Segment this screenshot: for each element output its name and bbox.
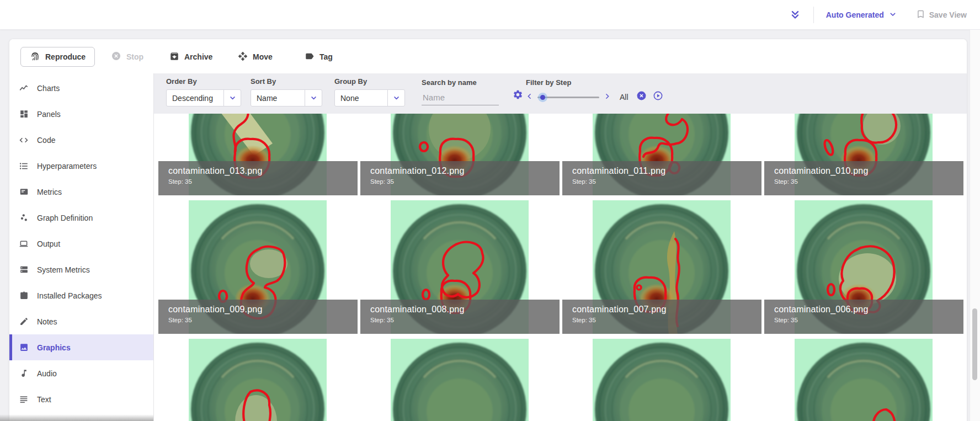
tag-button[interactable]: Tag — [305, 47, 333, 67]
graphics-tile-contamination_008[interactable]: contamination_008.png Step: 35 — [360, 200, 560, 334]
graphics-tile[interactable] — [158, 339, 358, 421]
page-scrollbar-thumb[interactable] — [972, 308, 977, 380]
sort-by-select[interactable]: Name — [251, 89, 322, 106]
sort-by-label: Sort By — [251, 77, 322, 86]
search-by-name-label: Search by name — [422, 78, 499, 87]
graphics-tile-contamination_007[interactable]: contamination_007.png Step: 35 — [562, 200, 761, 334]
step-play-icon[interactable] — [653, 90, 663, 103]
sidebar-item-code[interactable]: Code — [9, 127, 153, 153]
graphics-tile-contamination_006[interactable]: contamination_006.png Step: 35 — [764, 200, 963, 334]
tile-step-label: Step: 35 — [774, 178, 963, 185]
sidebar-item-metrics[interactable]: Metrics — [9, 179, 153, 205]
run-sections-sidebar: ChartsPanelsCodeHyperparametersMetricsGr… — [9, 73, 154, 421]
sidebar-item-output[interactable]: Output — [9, 231, 153, 257]
step-slider[interactable] — [537, 93, 599, 102]
sidebar-item-label: Panels — [37, 110, 61, 119]
run-actions-toolbar: ReproduceStopArchiveMoveTag — [9, 39, 967, 73]
tile-filename: contamination_008.png — [370, 305, 560, 315]
chevron-down-icon — [305, 94, 322, 102]
page-scrollbar-track[interactable] — [970, 30, 980, 421]
cancel-icon — [111, 51, 121, 63]
tile-step-label: Step: 35 — [168, 317, 358, 323]
sidebar-item-label: Audio — [37, 369, 57, 378]
collapse-panel-icon[interactable] — [789, 9, 801, 21]
archive-button-label: Archive — [184, 52, 212, 61]
tile-caption: contamination_012.png Step: 35 — [360, 161, 560, 195]
sidebar-item-label: Charts — [37, 84, 60, 93]
sidebar-item-installed-packages[interactable]: Installed Packages — [9, 283, 153, 308]
graphics-tile[interactable] — [764, 339, 963, 421]
chevron-down-icon — [888, 10, 897, 20]
reproduce-button[interactable]: Reproduce — [20, 47, 95, 67]
run-details-card: ReproduceStopArchiveMoveTag ChartsPanels… — [9, 39, 967, 421]
laptop-icon — [19, 239, 29, 249]
graphics-tile-contamination_010[interactable]: contamination_010.png Step: 35 — [764, 114, 963, 195]
pencil-icon — [19, 317, 29, 327]
group-by-label: Group By — [334, 77, 405, 86]
group-by-value: None — [335, 94, 387, 103]
list-icon — [19, 161, 29, 171]
graphics-tile[interactable] — [562, 339, 761, 421]
sidebar-item-panels[interactable]: Panels — [9, 101, 153, 127]
sidebar-item-graphics[interactable]: Graphics — [9, 334, 153, 360]
tag-button-label: Tag — [319, 52, 333, 61]
archive-button[interactable]: Archive — [169, 47, 212, 67]
graphics-tile-contamination_013[interactable]: contamination_013.png Step: 35 — [158, 114, 358, 195]
tile-caption: contamination_011.png Step: 35 — [562, 161, 761, 195]
save-view-button[interactable]: Save View — [916, 9, 967, 20]
tile-step-label: Step: 35 — [370, 317, 560, 323]
gallery-row: contamination_009.png Step: 35 — [158, 200, 963, 334]
sidebar-item-label: Metrics — [37, 188, 62, 196]
tile-caption: contamination_006.png Step: 35 — [764, 300, 963, 334]
tile-filename: contamination_006.png — [774, 305, 963, 315]
search-input[interactable] — [422, 90, 499, 105]
sidebar-item-text[interactable]: Text — [9, 386, 153, 412]
sidebar-item-audio[interactable]: Audio — [9, 360, 153, 386]
sidebar-item-hyperparameters[interactable]: Hyperparameters — [9, 153, 153, 179]
tag-icon — [305, 51, 315, 63]
tile-filename: contamination_013.png — [168, 166, 358, 176]
audio-icon — [19, 369, 29, 379]
petri-dish-image — [391, 339, 529, 421]
view-selector-dropdown[interactable]: Auto Generated — [826, 10, 897, 20]
storage-icon — [19, 265, 29, 275]
gallery-row: contamination_013.png Step: 35 — [158, 114, 963, 195]
sidebar-item-graph-definition[interactable]: Graph Definition — [9, 205, 153, 231]
graphics-tile-contamination_009[interactable]: contamination_009.png Step: 35 — [158, 200, 358, 334]
petri-dish-image — [189, 339, 327, 421]
filter-by-step-label: Filter by Step — [526, 78, 663, 87]
step-clear-icon[interactable] — [636, 90, 647, 103]
graphics-tile-contamination_011[interactable]: contamination_011.png Step: 35 — [562, 114, 761, 195]
graphics-gallery: contamination_013.png Step: 35 — [158, 114, 963, 421]
sidebar-item-charts[interactable]: Charts — [9, 75, 153, 101]
stop-button: Stop — [111, 47, 143, 67]
tile-filename: contamination_012.png — [370, 166, 560, 176]
step-previous-icon[interactable] — [526, 92, 533, 102]
graphics-tile[interactable] — [360, 339, 560, 421]
tile-caption: contamination_009.png Step: 35 — [158, 300, 358, 334]
tile-caption: contamination_008.png Step: 35 — [360, 300, 560, 334]
chevron-down-icon — [388, 94, 404, 102]
step-slider-thumb[interactable] — [540, 95, 545, 100]
scatter-icon — [19, 213, 29, 223]
petri-dish-image — [795, 339, 933, 421]
top-bar: Auto Generated Save View — [0, 0, 980, 30]
graphics-tile-contamination_012[interactable]: contamination_012.png Step: 35 — [360, 114, 560, 195]
sidebar-item-label: Output — [37, 239, 60, 248]
view-selector-label: Auto Generated — [826, 10, 884, 19]
step-next-icon[interactable] — [604, 92, 611, 102]
move-button[interactable]: Move — [238, 47, 273, 67]
tile-step-label: Step: 35 — [168, 178, 358, 185]
stop-button-label: Stop — [126, 52, 143, 61]
sidebar-item-system-metrics[interactable]: System Metrics — [9, 257, 153, 283]
sidebar-item-notes[interactable]: Notes — [9, 308, 153, 334]
metrics-icon — [19, 187, 29, 197]
gallery-filter-bar: Order By Descending Sort By Name Group B… — [154, 73, 967, 114]
order-by-select[interactable]: Descending — [166, 89, 241, 106]
search-settings-gear-icon[interactable] — [513, 89, 523, 102]
group-by-select[interactable]: None — [334, 89, 405, 106]
sidebar-item-label: Code — [37, 136, 55, 145]
step-all-label: All — [620, 93, 629, 102]
tile-step-label: Step: 35 — [370, 178, 560, 185]
chevron-down-icon — [224, 94, 241, 102]
